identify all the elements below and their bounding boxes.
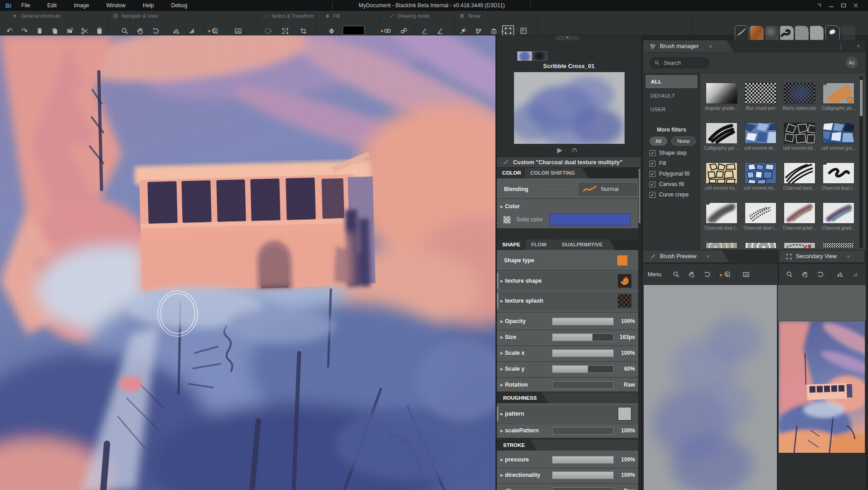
filter-none-button[interactable]: None: [671, 137, 696, 146]
solid-color-bar[interactable]: [550, 214, 630, 225]
texture-grain-1-slot[interactable]: [795, 26, 809, 40]
smooth-stroke-icon[interactable]: [419, 25, 431, 36]
angle-snap-icon[interactable]: [434, 25, 446, 36]
brush-preview-canvas[interactable]: [643, 285, 777, 490]
power-preview-button[interactable]: [569, 146, 579, 155]
frame-icon[interactable]: [502, 25, 514, 36]
pan-icon[interactable]: [797, 268, 813, 281]
tab-color-shifting[interactable]: COLOR SHIFTING: [525, 168, 588, 178]
texture-slot-blue[interactable]: [517, 51, 532, 61]
pan-icon[interactable]: [684, 268, 699, 281]
opacity-slider[interactable]: [552, 318, 614, 325]
preset-header[interactable]: Custom "Charcoal dual texture multiply": [497, 157, 641, 168]
trash-icon[interactable]: [34, 25, 45, 36]
brush-manager-tab-close-icon[interactable]: ×: [708, 43, 712, 50]
secondary-view-canvas[interactable]: [778, 285, 866, 490]
zoom-icon[interactable]: [669, 268, 684, 281]
checkbox-canvas-fill[interactable]: ✓Canvas fill: [650, 181, 700, 187]
sort-az-button[interactable]: Az: [846, 57, 858, 69]
texture-grain-2-slot[interactable]: [810, 26, 824, 40]
undo-icon[interactable]: ↶: [4, 25, 15, 36]
texture-rust-slot[interactable]: [750, 26, 764, 40]
pan-icon[interactable]: [134, 25, 146, 36]
brush-item[interactable]: [743, 242, 778, 249]
rotate-view-icon[interactable]: [699, 268, 715, 281]
pressure-slider[interactable]: [552, 456, 614, 464]
redo-icon[interactable]: ↷: [19, 25, 30, 36]
checker-swatch-icon[interactable]: [503, 216, 511, 224]
maximize-button[interactable]: [838, 1, 849, 10]
checkbox-fill[interactable]: ✓Fill: [650, 160, 700, 167]
texture-shape-row[interactable]: ▶ texture shape: [497, 272, 641, 290]
brush-manager-menu-icon[interactable]: ⋮: [836, 41, 845, 52]
tab-dualprimitive[interactable]: DUALPRIMITIVE: [557, 240, 616, 250]
brush-grid-scrollbar[interactable]: [859, 76, 863, 248]
plugin-icon[interactable]: [457, 25, 469, 36]
close-button[interactable]: [850, 1, 861, 10]
brush-item[interactable]: cell voronoi tra...: [743, 162, 778, 191]
checkbox-curve-crepe[interactable]: ✓Curve crepe: [650, 191, 700, 198]
blending-mode-select[interactable]: Normal: [579, 183, 637, 195]
brush-item[interactable]: Charcoal dual t...: [743, 202, 778, 230]
brush-item[interactable]: [704, 242, 739, 249]
checkbox-shape-step[interactable]: ✓Shape step: [650, 150, 700, 156]
clipboard-icon[interactable]: [93, 25, 105, 36]
tab-flow[interactable]: FLOW: [526, 240, 561, 250]
color-section-toggle[interactable]: ▶ Color: [497, 201, 641, 212]
brush-item[interactable]: cell voronoi gra...: [821, 122, 856, 151]
fit-screen-icon[interactable]: [232, 25, 244, 36]
minimize-button[interactable]: [826, 1, 837, 10]
rotation-slider[interactable]: [552, 381, 614, 389]
brush-item[interactable]: Charcoal back...: [782, 162, 817, 191]
filter-all-button[interactable]: All: [650, 137, 667, 146]
brush-item[interactable]: [821, 242, 856, 249]
scale-x-slider[interactable]: [552, 349, 614, 357]
search-input[interactable]: Search: [650, 57, 709, 69]
texture-splash-thumb[interactable]: [618, 294, 631, 308]
checkbox-polygonal-fill[interactable]: ✓Polygonal fill: [650, 171, 700, 177]
crop-icon[interactable]: [297, 25, 309, 36]
collapse-panel-tab[interactable]: ▼: [555, 35, 580, 40]
brush-item[interactable]: Angular gradie...: [704, 83, 739, 111]
float-window-button[interactable]: [814, 1, 824, 10]
zoom-reset-icon[interactable]: [209, 25, 220, 36]
properties-scrollbar[interactable]: [638, 167, 641, 490]
dir-slider[interactable]: [552, 487, 614, 490]
fit-image-icon[interactable]: [738, 268, 754, 281]
texture-shape-thumb[interactable]: [618, 274, 631, 288]
secondary-view-tab[interactable]: Secondary View ×: [779, 250, 864, 262]
brush-preview-tab[interactable]: Brush Preview ×: [643, 250, 729, 262]
brush-item[interactable]: cell voronoi ed...: [782, 122, 817, 151]
flip-horizontal-icon[interactable]: [832, 268, 848, 281]
brush-item[interactable]: Blurry watercolor: [782, 83, 817, 111]
menu-file[interactable]: File: [19, 2, 32, 9]
category-all[interactable]: ALL: [646, 75, 697, 88]
brush-item[interactable]: Charcoal gradi...: [821, 202, 856, 230]
ellipse-select-icon[interactable]: [262, 25, 274, 36]
copy-icon[interactable]: [48, 25, 60, 36]
brush-stroke-preview[interactable]: [514, 72, 625, 144]
menu-image[interactable]: Image: [72, 2, 91, 9]
link-primary-icon[interactable]: [382, 25, 393, 36]
category-user[interactable]: USER: [646, 103, 697, 115]
brush-item[interactable]: Calligraphy gel ...: [704, 122, 739, 151]
brush-preview-menu-button[interactable]: Menu: [648, 271, 661, 278]
texture-faint-slot[interactable]: [842, 26, 855, 40]
flip-horizontal-icon[interactable]: [170, 25, 182, 36]
brush-item[interactable]: 2 Charcoal dual t...: [704, 202, 739, 230]
shape-type-swatch[interactable]: [617, 255, 628, 266]
canvas-painting[interactable]: [0, 35, 495, 490]
flip-vertical-icon[interactable]: [848, 268, 863, 281]
scale-pattern-slider[interactable]: [552, 427, 614, 435]
pattern-thumb[interactable]: [618, 407, 631, 421]
grid-window-icon[interactable]: [518, 25, 529, 36]
brush-item[interactable]: 3 Charcoal dual t...: [821, 162, 856, 191]
menu-help[interactable]: Help: [141, 2, 156, 9]
duplicate-icon[interactable]: [63, 25, 75, 36]
secondary-view-close-icon[interactable]: ×: [847, 253, 850, 260]
fill-color-swatch[interactable]: [343, 26, 364, 35]
zoom-reset-icon[interactable]: [719, 268, 734, 281]
category-default[interactable]: DEFAULT: [646, 90, 697, 102]
texture-smoke-slot[interactable]: [765, 26, 779, 40]
fill-tool-icon[interactable]: [325, 25, 337, 36]
